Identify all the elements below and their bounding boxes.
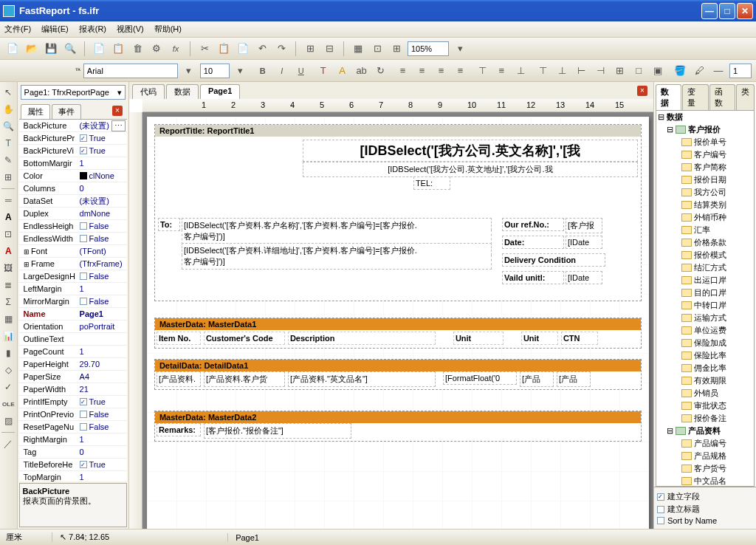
to-memo-2b[interactable]: 客户编号]')] xyxy=(182,255,492,270)
align-justify-icon[interactable]: ≡ xyxy=(452,63,468,79)
company-name-memo[interactable]: [IDBSelect('[我方公司.英文名称]','[我 xyxy=(303,140,638,162)
tree-field[interactable]: 结算类别 xyxy=(656,199,754,211)
remarks-label[interactable]: Remarks: xyxy=(157,423,201,436)
page-settings-icon[interactable]: ⚙ xyxy=(148,41,165,57)
cell-4[interactable]: [产品 xyxy=(520,371,554,387)
to-label[interactable]: To: xyxy=(158,218,180,231)
minimize-button[interactable]: — xyxy=(701,3,718,19)
prop-row-BackPictureVi[interactable]: BackPictureVi✓True xyxy=(19,145,127,157)
copy-icon[interactable]: 📋 xyxy=(216,41,232,57)
rp-tab-vars[interactable]: 变量 xyxy=(682,84,708,110)
line-color-icon[interactable]: 🖊 xyxy=(691,63,707,79)
tree-field[interactable]: 价格条款 xyxy=(656,236,754,249)
prop-row-Duplex[interactable]: DuplexdmNone xyxy=(19,208,127,220)
font-color-icon[interactable]: T xyxy=(315,63,331,79)
richmemo-icon[interactable]: A xyxy=(1,244,16,258)
conditional-icon[interactable]: ab xyxy=(354,63,370,79)
border-none-icon[interactable]: □ xyxy=(630,63,647,79)
report-page[interactable]: ReportTitle: ReportTitle1 [IDBSelect('[我… xyxy=(147,117,649,529)
shape-icon[interactable]: ◇ xyxy=(1,363,16,377)
fx-icon[interactable]: fx xyxy=(168,41,184,57)
rp-tab-classes[interactable]: 类 xyxy=(736,84,755,110)
group-icon[interactable]: ⊞ xyxy=(302,41,318,57)
preview-icon[interactable]: 🔍 xyxy=(62,41,78,57)
fit-icon[interactable]: ⊞ xyxy=(388,41,405,57)
valign-top-icon[interactable]: ⊤ xyxy=(474,63,490,79)
prop-row-BottomMargir[interactable]: BottomMargir1 xyxy=(19,157,127,170)
band-master-data-1[interactable]: MasterData: MasterData1 Item No. Custome… xyxy=(154,318,642,349)
prop-row-BackPicturePr[interactable]: BackPicturePr✓True xyxy=(19,132,127,145)
prop-row-Frame[interactable]: Frame(TfrxFrame) xyxy=(19,258,127,270)
tree-field[interactable]: 出运口岸 xyxy=(656,274,754,287)
pointer-icon[interactable]: ↖ xyxy=(1,85,16,100)
prop-row-RightMargin[interactable]: RightMargin1 xyxy=(19,433,127,446)
open-icon[interactable]: 📂 xyxy=(24,41,40,57)
cell-5[interactable]: [产品 xyxy=(557,371,591,387)
font-size-combo[interactable] xyxy=(200,64,230,78)
border-outer-icon[interactable]: ▣ xyxy=(650,63,666,79)
remarks-memo[interactable]: [客户报价."报价备注"] xyxy=(204,423,351,439)
menu-view[interactable]: 视图(V) xyxy=(117,24,144,35)
prop-row-LargeDesignH[interactable]: LargeDesignHFalse xyxy=(19,270,127,283)
tree-field[interactable]: 报价日期 xyxy=(656,174,754,186)
prop-row-PaperHeight[interactable]: PaperHeight29.70 xyxy=(19,358,127,371)
cell-3[interactable]: [FormatFloat('0 xyxy=(443,371,517,385)
format-tool-icon[interactable]: ⊞ xyxy=(1,170,16,185)
border-left-icon[interactable]: ⊢ xyxy=(573,63,589,79)
prop-row-Font[interactable]: Font(TFont) xyxy=(19,245,127,258)
tree-field[interactable]: 产品规格 xyxy=(656,450,754,462)
tree-dataset[interactable]: ⊟ 产品资料 xyxy=(656,425,754,437)
prop-row-Orientation[interactable]: OrientationpoPortrait xyxy=(19,321,127,333)
prop-row-EndlessHeigh[interactable]: EndlessHeighFalse xyxy=(19,220,127,233)
rp-tab-funcs[interactable]: 函数 xyxy=(709,84,735,110)
tree-field[interactable]: 我方公司 xyxy=(656,186,754,199)
prop-row-PageCount[interactable]: PageCount1 xyxy=(19,346,127,358)
gradient-icon[interactable]: ▨ xyxy=(1,414,16,428)
tree-root[interactable]: ⊟ 数据 xyxy=(656,111,754,123)
border-all-icon[interactable]: ⊞ xyxy=(611,63,628,79)
valign-middle-icon[interactable]: ≡ xyxy=(493,63,509,79)
band-report-title[interactable]: ReportTitle: ReportTitle1 [IDBSelect('[我… xyxy=(154,124,642,301)
band-master-data-2[interactable]: MasterData: MasterData2 Remarks: [客户报价."… xyxy=(154,411,642,442)
cell-0[interactable]: [产品资料. xyxy=(157,371,201,387)
zoom-combo[interactable] xyxy=(408,41,449,56)
to-memo-1b[interactable]: 客户编号]')] xyxy=(182,230,492,244)
tree-field[interactable]: 报价备注 xyxy=(656,412,754,425)
font-dropdown-icon[interactable]: ▾ xyxy=(181,63,197,79)
prop-row-Color[interactable]: ColorclNone xyxy=(19,170,127,182)
tree-field[interactable]: 报价模式 xyxy=(656,249,754,261)
rp-tab-data[interactable]: 数据 xyxy=(656,84,681,110)
col-unit2[interactable]: Unit xyxy=(521,332,558,345)
prop-row-Columns[interactable]: Columns0 xyxy=(19,182,127,195)
cell-2[interactable]: [产品资料."英文品名"] xyxy=(288,371,436,387)
new-page-icon[interactable]: 📄 xyxy=(91,41,107,57)
line-style-icon[interactable]: — xyxy=(710,63,726,79)
ole-icon[interactable]: OLE xyxy=(1,397,16,411)
tree-field[interactable]: 汇率 xyxy=(656,224,754,236)
align-right-icon[interactable]: ≡ xyxy=(433,63,450,79)
menu-report[interactable]: 报表(R) xyxy=(79,24,106,35)
edit-tool-icon[interactable]: ✎ xyxy=(1,153,16,168)
delete-page-icon[interactable]: 🗑 xyxy=(129,41,145,57)
panel-close-icon[interactable]: × xyxy=(112,106,123,116)
tab-code[interactable]: 代码 xyxy=(132,84,165,99)
new-dialog-icon[interactable]: 📋 xyxy=(110,41,126,57)
valid-memo[interactable]: [IDate xyxy=(566,271,602,284)
tree-field[interactable]: 保险比率 xyxy=(656,349,754,362)
chart-icon[interactable]: 📊 xyxy=(1,329,16,343)
col-description[interactable]: Description xyxy=(288,332,436,345)
tree-field[interactable]: 外销员 xyxy=(656,387,754,400)
col-unit1[interactable]: Unit xyxy=(453,332,504,345)
size-dropdown-icon[interactable]: ▾ xyxy=(233,63,249,79)
prop-row-TitleBeforeHe[interactable]: TitleBeforeHe✓True xyxy=(19,459,127,471)
chk-sort-by-name[interactable]: Sort by Name xyxy=(657,515,753,526)
tree-field[interactable]: 中转口岸 xyxy=(656,299,754,312)
cell-1[interactable]: [产品资料.客户货 xyxy=(204,371,285,387)
band-icon[interactable]: ═ xyxy=(1,193,16,208)
canvas-viewport[interactable]: ReportTitle: ReportTitle1 [IDBSelect('[我… xyxy=(129,112,653,529)
zoom-dropdown-icon[interactable]: ▾ xyxy=(452,41,468,57)
tree-field[interactable]: 报价单号 xyxy=(656,136,754,148)
tree-field[interactable]: 结汇方式 xyxy=(656,261,754,274)
prop-row-BackPicture[interactable]: BackPicture(未设置)⋯ xyxy=(19,120,127,132)
tab-events[interactable]: 事件 xyxy=(52,104,81,119)
